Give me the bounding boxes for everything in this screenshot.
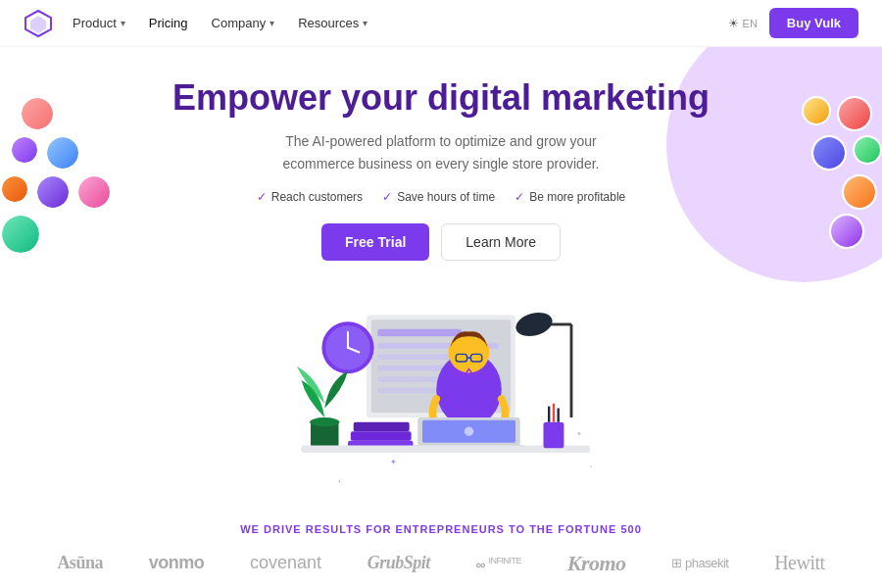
- chevron-down-icon: ▾: [363, 18, 368, 28]
- brand-logo-grubspit: GrubSpit: [368, 553, 430, 573]
- checkmark-icon: ✓: [257, 190, 267, 204]
- svg-point-18: [310, 417, 339, 427]
- brand-logo-covenant: covenant: [250, 553, 321, 573]
- checkmark-icon: ✓: [382, 190, 392, 204]
- brand-logo-hewitt: Hewitt: [774, 552, 824, 574]
- navbar: Product ▾ Pricing Company ▾ Resources ▾ …: [0, 0, 882, 47]
- hero-title: Empower your digital marketing: [167, 76, 715, 119]
- check-item-3: ✓ Be more profitable: [514, 190, 625, 204]
- learn-more-button[interactable]: Learn More: [441, 223, 561, 261]
- svg-marker-1: [30, 16, 46, 33]
- nav-resources[interactable]: Resources ▾: [298, 16, 368, 30]
- chevron-down-icon: ▾: [121, 18, 125, 28]
- svg-rect-34: [544, 422, 564, 449]
- hero-content: Empower your digital marketing The AI-po…: [20, 76, 862, 261]
- desk-illustration: ✦ ✦ • •: [255, 291, 627, 507]
- nav-links: Product ▾ Pricing Company ▾ Resources ▾: [73, 16, 728, 30]
- chevron-down-icon: ▾: [270, 18, 274, 28]
- brands-grid: Asūna vonmo covenant GrubSpit ∞ INFINITE…: [39, 551, 843, 576]
- brand-logo-phasekit: ⊞ phasekit: [671, 556, 728, 570]
- nav-product[interactable]: Product ▾: [73, 16, 125, 30]
- brands-tagline: WE DRIVE RESULTS FOR ENTREPRENEURS TO TH…: [39, 523, 843, 535]
- theme-toggle[interactable]: ☀ EN: [728, 17, 758, 30]
- brand-logo-infinite: ∞ INFINITE: [476, 556, 521, 572]
- svg-point-32: [465, 426, 474, 436]
- logo[interactable]: [24, 9, 53, 38]
- buy-vulk-button[interactable]: Buy Vulk: [769, 8, 858, 38]
- hero-section: Empower your digital marketing The AI-po…: [0, 47, 882, 286]
- brands-section: WE DRIVE RESULTS FOR ENTREPRENEURS TO TH…: [0, 512, 882, 576]
- svg-text:✦: ✦: [390, 457, 397, 466]
- left-avatars: [0, 96, 112, 255]
- hero-checks: ✓ Reach customers ✓ Save hours of time ✓…: [20, 190, 862, 204]
- svg-rect-4: [377, 329, 462, 337]
- nav-right: ☀ EN Buy Vulk: [728, 8, 858, 38]
- check-item-2: ✓ Save hours of time: [382, 190, 495, 204]
- nav-pricing[interactable]: Pricing: [149, 16, 188, 30]
- right-avatars: [802, 96, 882, 249]
- hero-subtitle: The AI-powered platform to optimize and …: [274, 130, 608, 174]
- check-item-1: ✓ Reach customers: [257, 190, 363, 204]
- brand-logo-asuna: Asūna: [57, 553, 103, 573]
- sun-icon: ☀: [728, 17, 739, 30]
- svg-rect-21: [354, 422, 410, 432]
- svg-text:•: •: [590, 464, 592, 469]
- brand-logo-kromo: Kromo: [567, 551, 626, 576]
- svg-point-12: [514, 309, 556, 340]
- svg-text:•: •: [339, 477, 341, 483]
- brand-logo-vonmo: vonmo: [149, 553, 205, 573]
- free-trial-button[interactable]: Free Trial: [321, 223, 429, 261]
- checkmark-icon: ✓: [514, 190, 524, 204]
- svg-rect-20: [351, 431, 412, 441]
- hero-buttons: Free Trial Learn More: [20, 223, 862, 261]
- illustration-area: ✦ ✦ • •: [0, 286, 882, 512]
- svg-text:✦: ✦: [576, 430, 582, 437]
- nav-company[interactable]: Company ▾: [212, 16, 275, 30]
